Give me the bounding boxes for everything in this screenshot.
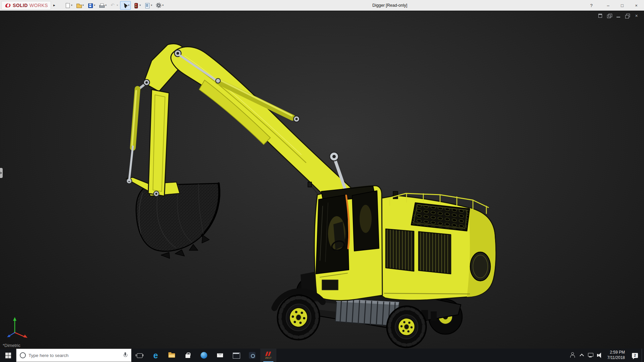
print-button[interactable]: ▾ — [97, 1, 108, 10]
help-button[interactable]: ? — [584, 0, 598, 11]
file-explorer-icon[interactable] — [164, 349, 180, 362]
solidworks-brand: SOLIDWORKS — [1, 1, 51, 10]
clock-date: 7/11/2018 — [607, 355, 625, 361]
digger-3d-model[interactable] — [0, 11, 644, 349]
dropdown-arrow-icon[interactable]: ▾ — [71, 4, 72, 7]
close-button[interactable]: × — [629, 0, 643, 11]
bucket-cylinder[interactable] — [129, 83, 147, 180]
doc-cascade-icon[interactable] — [606, 13, 612, 18]
maximize-button[interactable]: □ — [615, 0, 629, 11]
microphone-icon[interactable] — [122, 352, 128, 359]
command-prompt-icon[interactable] — [228, 349, 244, 362]
options-button[interactable]: ▾ — [154, 1, 165, 10]
edge-browser-icon[interactable]: e — [148, 349, 164, 362]
dropdown-arrow-icon[interactable]: ▾ — [162, 4, 164, 7]
browser-ball-icon[interactable] — [196, 349, 212, 362]
brand-text-solid: SOLID — [13, 3, 28, 8]
show-desktop-button[interactable] — [642, 349, 644, 362]
file-properties-button[interactable]: ▾ — [143, 1, 154, 10]
document-window-controls: × — [597, 13, 639, 18]
windows-taskbar: e — [0, 349, 644, 362]
dropdown-arrow-icon[interactable]: ▾ — [117, 4, 118, 7]
open-button[interactable]: ▾ — [74, 1, 85, 10]
dassault-systemes-logo-icon — [4, 3, 11, 8]
graphics-viewport[interactable]: × *Dimetric — [0, 11, 644, 349]
round-app-icon[interactable] — [244, 349, 260, 362]
orientation-label: *Dimetric — [3, 343, 20, 348]
new-document-button[interactable]: ▾ — [63, 1, 74, 10]
action-center-bubble-icon: 2 — [632, 353, 638, 358]
start-button[interactable] — [0, 349, 16, 362]
dropdown-arrow-icon[interactable]: ▾ — [94, 4, 95, 7]
engine-body[interactable] — [382, 191, 496, 300]
window-title: Digger [Read-only] — [372, 0, 407, 11]
solidworks-2017-icon[interactable]: 2017 — [260, 349, 276, 362]
store-icon[interactable] — [180, 349, 196, 362]
pinned-apps: e — [131, 349, 276, 362]
save-button[interactable]: ▾ — [86, 1, 97, 10]
action-center-icon[interactable]: 2 — [628, 349, 642, 362]
volume-icon[interactable] — [595, 349, 604, 362]
windows-logo-icon — [5, 353, 11, 358]
dropdown-arrow-icon[interactable]: ▾ — [140, 4, 141, 7]
mail-icon[interactable] — [212, 349, 228, 362]
brand-text-works: WORKS — [30, 3, 48, 8]
cortana-ring-icon — [20, 352, 26, 358]
doc-window-icon[interactable] — [597, 13, 603, 18]
notification-badge: 2 — [632, 353, 638, 358]
dropdown-arrow-icon[interactable]: ▾ — [128, 4, 129, 7]
search-input[interactable] — [29, 353, 120, 358]
hidden-icons-chevron[interactable] — [577, 349, 586, 362]
orientation-triad-icon — [3, 315, 30, 340]
window-controls: ?–□× — [584, 0, 643, 11]
doc-close-icon[interactable]: × — [634, 13, 639, 18]
people-icon[interactable] — [568, 349, 577, 362]
clock-time: 2:59 PM — [607, 350, 625, 355]
select-button[interactable]: ▾ — [120, 1, 131, 10]
solidworks-window: SOLIDWORKS ▸ ▾ ▾ ▾ ▾ ▾ — [0, 0, 644, 362]
system-tray: 2:59 PM 7/11/2018 2 — [568, 349, 644, 362]
minimize-button[interactable]: – — [601, 0, 615, 11]
titlebar: SOLIDWORKS ▸ ▾ ▾ ▾ ▾ ▾ — [0, 0, 644, 11]
undo-button[interactable]: ▾ — [109, 1, 119, 10]
doc-minimize-icon[interactable] — [615, 13, 621, 18]
feature-panel-expand-icon[interactable] — [0, 168, 3, 178]
menu-expand-arrow-icon[interactable]: ▸ — [51, 1, 58, 10]
clock[interactable]: 2:59 PM 7/11/2018 — [604, 350, 629, 360]
taskbar-search[interactable] — [16, 349, 131, 362]
quick-access-toolbar: ▾ ▾ ▾ ▾ ▾ ▾ ▾ — [63, 0, 166, 10]
dropdown-arrow-icon[interactable]: ▾ — [83, 4, 84, 7]
doc-restore-icon[interactable] — [625, 13, 630, 18]
dropdown-arrow-icon[interactable]: ▾ — [105, 4, 107, 7]
task-view-button[interactable] — [131, 349, 148, 362]
dropdown-arrow-icon[interactable]: ▾ — [151, 4, 152, 7]
network-icon[interactable] — [586, 349, 595, 362]
cab[interactable] — [308, 182, 382, 301]
rebuild-button[interactable]: ▾ — [131, 1, 142, 10]
